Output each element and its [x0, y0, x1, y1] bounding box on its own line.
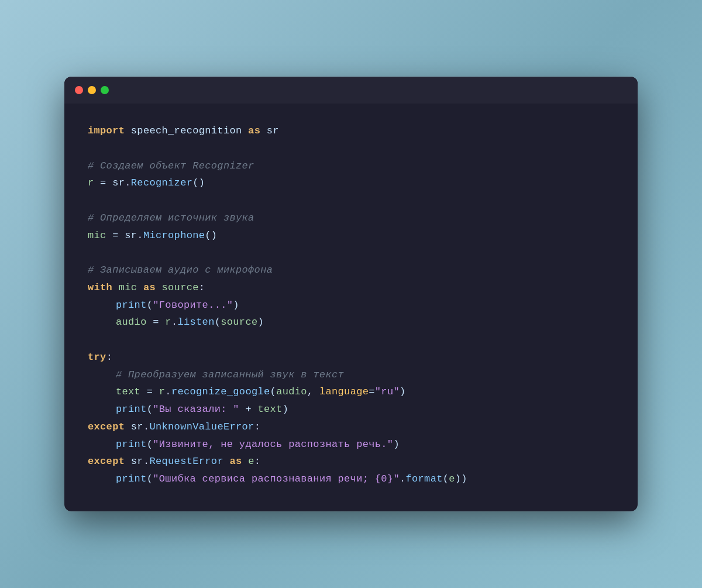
minimize-button[interactable]	[88, 86, 96, 94]
code-editor: import speech_recognition as sr # Создае…	[64, 104, 638, 511]
empty-line	[88, 192, 614, 209]
code-line-microphone: mic = sr.Microphone()	[88, 227, 614, 245]
code-line-except1: except sr.UnknownValueError:	[88, 418, 614, 436]
code-line-with: with mic as source:	[88, 279, 614, 297]
empty-line	[88, 140, 614, 157]
code-line-try: try:	[88, 349, 614, 366]
code-window: import speech_recognition as sr # Создае…	[64, 77, 638, 511]
code-line-print4: print("Ошибка сервиса распознавания речи…	[88, 470, 614, 488]
code-line-print2: print("Вы сказали: " + text)	[88, 401, 614, 418]
close-button[interactable]	[75, 86, 83, 94]
empty-line	[88, 244, 614, 262]
code-line-print3: print("Извините, не удалось распознать р…	[88, 436, 614, 453]
code-line-audio: audio = r.listen(source)	[88, 314, 614, 331]
empty-line	[88, 331, 614, 349]
comment-microphone: # Определяем источник звука	[88, 209, 614, 227]
maximize-button[interactable]	[101, 86, 109, 94]
comment-recognizer: # Создаем объект Recognizer	[88, 157, 614, 175]
code-line-except2: except sr.RequestError as e:	[88, 453, 614, 470]
titlebar	[64, 77, 638, 104]
code-line-text: text = r.recognize_google(audio, languag…	[88, 383, 614, 401]
code-line-print1: print("Говорите...")	[88, 297, 614, 314]
code-line-import: import speech_recognition as sr	[88, 122, 614, 140]
code-line-recognizer: r = sr.Recognizer()	[88, 174, 614, 192]
comment-audio: # Записываем аудио с микрофона	[88, 262, 614, 279]
comment-convert: # Преобразуем записанный звук в текст	[88, 366, 614, 384]
